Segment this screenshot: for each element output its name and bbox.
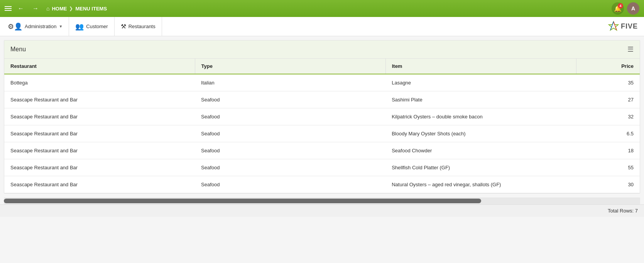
cell-price: 32 [576,108,640,125]
cell-item: Natural Oysters – aged red vinegar, shal… [385,176,576,193]
horizontal-scrollbar[interactable] [4,197,640,204]
table-row[interactable]: Seascape Restaurant and BarSeafoodSashim… [4,91,640,108]
customer-label: Customer [86,24,108,29]
col-header-item: Item [385,59,576,74]
total-rows-label: Total Rows: 7 [608,208,638,214]
cell-restaurant: Seascape Restaurant and Bar [4,108,195,125]
cell-item: Lasagne [385,74,576,91]
data-table: Restaurant Type Item Price BottegaItalia… [4,59,640,193]
cell-type: Seafood [195,159,385,176]
cell-item: Kilpatrick Oysters – double smoke bacon [385,108,576,125]
cell-type: Seafood [195,142,385,159]
customer-icon: 👥 [75,22,84,31]
current-page-label: MENU ITEMS [75,6,107,12]
table-header-row: Restaurant Type Item Price [4,59,640,74]
administration-icon: ⚙👤 [8,22,22,31]
cell-type: Seafood [195,176,385,193]
table-section: Menu ☰ Restaurant Type Item Price Botteg… [4,40,640,194]
scroll-thumb[interactable] [4,199,481,203]
cell-restaurant: Bottega [4,74,195,91]
five-logo: FIVE [608,21,638,32]
forward-button[interactable]: → [30,3,41,14]
hamburger-menu[interactable] [5,6,12,11]
cell-type: Italian [195,74,385,91]
col-header-type: Type [195,59,385,74]
table-row[interactable]: Seascape Restaurant and BarSeafoodNatura… [4,176,640,193]
administration-dropdown-arrow: ▼ [59,24,63,29]
cell-restaurant: Seascape Restaurant and Bar [4,125,195,142]
cell-type: Seafood [195,125,385,142]
five-logo-icon [608,21,619,32]
cell-price: 30 [576,176,640,193]
cell-price: 35 [576,74,640,91]
cell-type: Seafood [195,91,385,108]
cell-price: 55 [576,159,640,176]
cell-restaurant: Seascape Restaurant and Bar [4,176,195,193]
nav-item-administration[interactable]: ⚙👤 Administration ▼ [6,17,69,36]
cell-price: 6.5 [576,125,640,142]
table-title: Menu [10,46,26,53]
table-header-bar: Menu ☰ [4,40,640,59]
cell-item: Bloody Mary Oyster Shots (each) [385,125,576,142]
table-row[interactable]: Seascape Restaurant and BarSeafoodKilpat… [4,108,640,125]
notification-badge: 4 [618,3,623,8]
nav-item-restaurants[interactable]: ⚒ Restaurants [115,17,162,36]
cell-type: Seafood [195,108,385,125]
cell-item: Shellfish Cold Platter (GF) [385,159,576,176]
table-head: Restaurant Type Item Price [4,59,640,74]
five-logo-text: FIVE [621,22,638,30]
cell-price: 18 [576,142,640,159]
cell-restaurant: Seascape Restaurant and Bar [4,142,195,159]
top-bar-actions: 🔔 4 A [612,2,639,15]
filter-icon[interactable]: ☰ [627,45,634,54]
table-row[interactable]: Seascape Restaurant and BarSeafoodSeafoo… [4,142,640,159]
page-footer: Total Rows: 7 [0,204,644,217]
table-row[interactable]: BottegaItalianLasagne35 [4,74,640,91]
avatar-button[interactable]: A [627,2,639,15]
col-header-price: Price [576,59,640,74]
table-row[interactable]: Seascape Restaurant and BarSeafoodShellf… [4,159,640,176]
svg-marker-0 [609,22,618,30]
back-button[interactable]: ← [15,3,26,14]
main-content: Menu ☰ Restaurant Type Item Price Botteg… [0,40,644,204]
table-row[interactable]: Seascape Restaurant and BarSeafoodBloody… [4,125,640,142]
secondary-nav: ⚙👤 Administration ▼ 👥 Customer ⚒ Restaur… [0,17,644,36]
cell-item: Sashimi Plate [385,91,576,108]
top-bar: ← → ⌂ HOME ❯ MENU ITEMS 🔔 4 A [0,0,644,17]
notification-button[interactable]: 🔔 4 [612,2,624,15]
table-body: BottegaItalianLasagne35Seascape Restaura… [4,74,640,193]
cell-restaurant: Seascape Restaurant and Bar [4,91,195,108]
administration-label: Administration [25,24,56,29]
home-label[interactable]: HOME [52,6,67,12]
restaurants-label: Restaurants [128,24,156,29]
cell-item: Seafood Chowder [385,142,576,159]
breadcrumb-chevron: ❯ [69,6,73,11]
cell-restaurant: Seascape Restaurant and Bar [4,159,195,176]
cell-price: 27 [576,91,640,108]
col-header-restaurant: Restaurant [4,59,195,74]
breadcrumb: ⌂ HOME ❯ MENU ITEMS [46,5,107,12]
restaurants-icon: ⚒ [121,23,126,30]
nav-item-customer[interactable]: 👥 Customer [69,17,114,36]
home-icon: ⌂ [46,5,49,12]
